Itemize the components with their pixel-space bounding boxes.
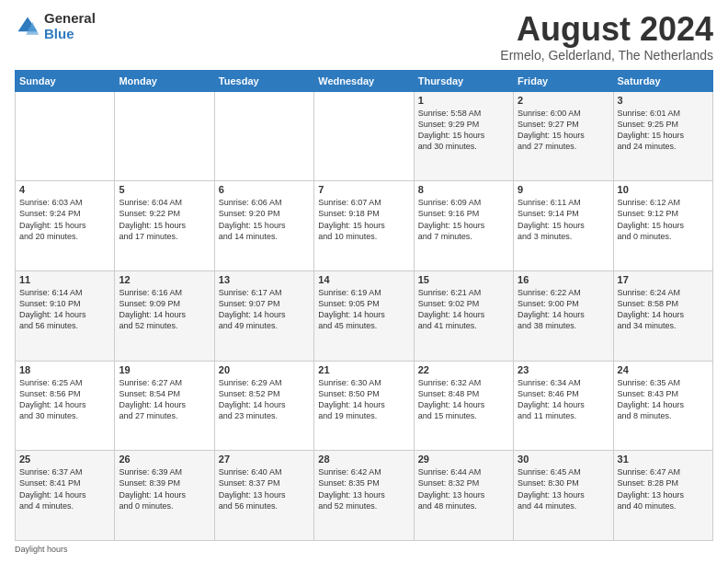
day-number: 3 bbox=[618, 95, 709, 106]
day-info: Sunrise: 6:34 AM Sunset: 8:46 PM Dayligh… bbox=[518, 377, 609, 422]
day-info: Sunrise: 6:29 AM Sunset: 8:52 PM Dayligh… bbox=[219, 377, 310, 422]
header: General Blue August 2024 Ermelo, Gelderl… bbox=[15, 11, 713, 63]
day-number: 29 bbox=[418, 454, 509, 465]
logo-text: General Blue bbox=[44, 11, 96, 41]
day-number: 13 bbox=[219, 274, 310, 285]
calendar-cell: 12Sunrise: 6:16 AM Sunset: 9:09 PM Dayli… bbox=[115, 270, 214, 361]
day-number: 8 bbox=[418, 184, 509, 195]
day-number: 15 bbox=[418, 274, 509, 285]
day-info: Sunrise: 6:39 AM Sunset: 8:39 PM Dayligh… bbox=[119, 466, 210, 511]
col-wednesday: Wednesday bbox=[314, 70, 414, 91]
calendar-cell: 9Sunrise: 6:11 AM Sunset: 9:14 PM Daylig… bbox=[514, 181, 613, 271]
day-number: 23 bbox=[518, 364, 609, 375]
calendar-cell: 18Sunrise: 6:25 AM Sunset: 8:56 PM Dayli… bbox=[16, 361, 115, 451]
day-info: Sunrise: 6:12 AM Sunset: 9:12 PM Dayligh… bbox=[618, 197, 709, 242]
calendar-cell: 17Sunrise: 6:24 AM Sunset: 8:58 PM Dayli… bbox=[613, 270, 712, 361]
day-info: Sunrise: 6:37 AM Sunset: 8:41 PM Dayligh… bbox=[19, 466, 110, 511]
calendar-cell: 5Sunrise: 6:04 AM Sunset: 9:22 PM Daylig… bbox=[115, 181, 214, 271]
col-friday: Friday bbox=[514, 70, 613, 91]
calendar-cell: 16Sunrise: 6:22 AM Sunset: 9:00 PM Dayli… bbox=[514, 270, 613, 361]
day-number: 10 bbox=[618, 184, 709, 195]
day-info: Sunrise: 6:42 AM Sunset: 8:35 PM Dayligh… bbox=[318, 466, 409, 511]
calendar-week-3: 18Sunrise: 6:25 AM Sunset: 8:56 PM Dayli… bbox=[16, 361, 713, 451]
calendar-cell: 19Sunrise: 6:27 AM Sunset: 8:54 PM Dayli… bbox=[115, 361, 214, 451]
day-info: Sunrise: 6:19 AM Sunset: 9:05 PM Dayligh… bbox=[318, 287, 409, 332]
calendar-cell: 1Sunrise: 5:58 AM Sunset: 9:29 PM Daylig… bbox=[414, 91, 513, 181]
day-info: Sunrise: 6:47 AM Sunset: 8:28 PM Dayligh… bbox=[618, 466, 709, 511]
day-number: 26 bbox=[119, 454, 210, 465]
calendar-week-0: 1Sunrise: 5:58 AM Sunset: 9:29 PM Daylig… bbox=[16, 91, 713, 181]
day-number: 28 bbox=[318, 454, 409, 465]
day-info: Sunrise: 6:25 AM Sunset: 8:56 PM Dayligh… bbox=[19, 377, 110, 422]
day-number: 9 bbox=[518, 184, 609, 195]
col-monday: Monday bbox=[115, 70, 214, 91]
calendar-cell: 30Sunrise: 6:45 AM Sunset: 8:30 PM Dayli… bbox=[514, 451, 613, 541]
day-number: 14 bbox=[318, 274, 409, 285]
calendar-cell: 31Sunrise: 6:47 AM Sunset: 8:28 PM Dayli… bbox=[613, 451, 712, 541]
calendar-cell: 27Sunrise: 6:40 AM Sunset: 8:37 PM Dayli… bbox=[214, 451, 313, 541]
calendar-cell: 2Sunrise: 6:00 AM Sunset: 9:27 PM Daylig… bbox=[514, 91, 613, 181]
day-number: 24 bbox=[618, 364, 709, 375]
page: General Blue August 2024 Ermelo, Gelderl… bbox=[0, 0, 728, 563]
day-number: 17 bbox=[618, 274, 709, 285]
day-number: 5 bbox=[119, 184, 210, 195]
calendar-cell: 4Sunrise: 6:03 AM Sunset: 9:24 PM Daylig… bbox=[16, 181, 115, 271]
calendar-cell bbox=[314, 91, 414, 181]
logo-general: General bbox=[44, 11, 96, 27]
day-number: 31 bbox=[618, 454, 709, 465]
calendar-cell: 24Sunrise: 6:35 AM Sunset: 8:43 PM Dayli… bbox=[613, 361, 712, 451]
calendar-cell: 15Sunrise: 6:21 AM Sunset: 9:02 PM Dayli… bbox=[414, 270, 513, 361]
title-location: Ermelo, Gelderland, The Netherlands bbox=[500, 48, 713, 63]
day-number: 16 bbox=[518, 274, 609, 285]
day-info: Sunrise: 6:16 AM Sunset: 9:09 PM Dayligh… bbox=[119, 287, 210, 332]
day-number: 2 bbox=[518, 95, 609, 106]
day-info: Sunrise: 6:00 AM Sunset: 9:27 PM Dayligh… bbox=[518, 108, 609, 153]
day-info: Sunrise: 6:27 AM Sunset: 8:54 PM Dayligh… bbox=[119, 377, 210, 422]
day-info: Sunrise: 6:09 AM Sunset: 9:16 PM Dayligh… bbox=[418, 197, 509, 242]
day-info: Sunrise: 6:17 AM Sunset: 9:07 PM Dayligh… bbox=[219, 287, 310, 332]
day-info: Sunrise: 6:07 AM Sunset: 9:18 PM Dayligh… bbox=[318, 197, 409, 242]
calendar-table: Sunday Monday Tuesday Wednesday Thursday… bbox=[15, 70, 713, 541]
calendar-cell: 14Sunrise: 6:19 AM Sunset: 9:05 PM Dayli… bbox=[314, 270, 414, 361]
day-number: 18 bbox=[19, 364, 110, 375]
day-info: Sunrise: 6:14 AM Sunset: 9:10 PM Dayligh… bbox=[19, 287, 110, 332]
day-info: Sunrise: 6:40 AM Sunset: 8:37 PM Dayligh… bbox=[219, 466, 310, 511]
calendar-cell bbox=[16, 91, 115, 181]
logo: General Blue bbox=[15, 11, 96, 41]
day-info: Sunrise: 6:44 AM Sunset: 8:32 PM Dayligh… bbox=[418, 466, 509, 511]
day-number: 30 bbox=[518, 454, 609, 465]
calendar-cell: 21Sunrise: 6:30 AM Sunset: 8:50 PM Dayli… bbox=[314, 361, 414, 451]
calendar-cell: 13Sunrise: 6:17 AM Sunset: 9:07 PM Dayli… bbox=[214, 270, 313, 361]
day-info: Sunrise: 6:22 AM Sunset: 9:00 PM Dayligh… bbox=[518, 287, 609, 332]
day-number: 7 bbox=[318, 184, 409, 195]
day-number: 1 bbox=[418, 95, 509, 106]
calendar-cell: 3Sunrise: 6:01 AM Sunset: 9:25 PM Daylig… bbox=[613, 91, 712, 181]
day-number: 27 bbox=[219, 454, 310, 465]
calendar-cell: 7Sunrise: 6:07 AM Sunset: 9:18 PM Daylig… bbox=[314, 181, 414, 271]
day-info: Sunrise: 6:30 AM Sunset: 8:50 PM Dayligh… bbox=[318, 377, 409, 422]
calendar-cell: 22Sunrise: 6:32 AM Sunset: 8:48 PM Dayli… bbox=[414, 361, 513, 451]
day-info: Sunrise: 5:58 AM Sunset: 9:29 PM Dayligh… bbox=[418, 108, 509, 153]
logo-blue: Blue bbox=[44, 27, 96, 42]
calendar-week-1: 4Sunrise: 6:03 AM Sunset: 9:24 PM Daylig… bbox=[16, 181, 713, 271]
calendar-header-row: Sunday Monday Tuesday Wednesday Thursday… bbox=[16, 70, 713, 91]
calendar-cell: 26Sunrise: 6:39 AM Sunset: 8:39 PM Dayli… bbox=[115, 451, 214, 541]
day-info: Sunrise: 6:35 AM Sunset: 8:43 PM Dayligh… bbox=[618, 377, 709, 422]
calendar-cell: 10Sunrise: 6:12 AM Sunset: 9:12 PM Dayli… bbox=[613, 181, 712, 271]
title-month: August 2024 bbox=[500, 11, 713, 48]
day-info: Sunrise: 6:06 AM Sunset: 9:20 PM Dayligh… bbox=[219, 197, 310, 242]
day-number: 6 bbox=[219, 184, 310, 195]
day-info: Sunrise: 6:24 AM Sunset: 8:58 PM Dayligh… bbox=[618, 287, 709, 332]
calendar-cell bbox=[214, 91, 313, 181]
day-number: 22 bbox=[418, 364, 509, 375]
col-tuesday: Tuesday bbox=[214, 70, 313, 91]
calendar-week-2: 11Sunrise: 6:14 AM Sunset: 9:10 PM Dayli… bbox=[16, 270, 713, 361]
logo-icon bbox=[15, 14, 40, 40]
calendar-week-4: 25Sunrise: 6:37 AM Sunset: 8:41 PM Dayli… bbox=[16, 451, 713, 541]
day-number: 21 bbox=[318, 364, 409, 375]
calendar-cell: 25Sunrise: 6:37 AM Sunset: 8:41 PM Dayli… bbox=[16, 451, 115, 541]
day-info: Sunrise: 6:03 AM Sunset: 9:24 PM Dayligh… bbox=[19, 197, 110, 242]
day-number: 11 bbox=[19, 274, 110, 285]
col-thursday: Thursday bbox=[414, 70, 513, 91]
day-info: Sunrise: 6:11 AM Sunset: 9:14 PM Dayligh… bbox=[518, 197, 609, 242]
